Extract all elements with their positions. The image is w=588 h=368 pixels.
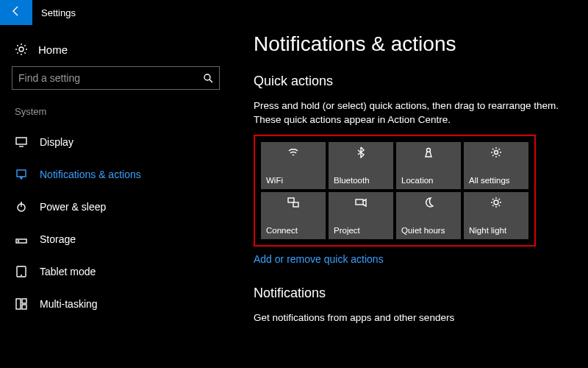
svg-point-0 xyxy=(19,47,24,52)
quick-actions-heading: Quick actions xyxy=(254,74,566,89)
tile-wifi[interactable]: WiFi xyxy=(261,142,326,189)
svg-rect-13 xyxy=(22,299,26,303)
notifications-icon xyxy=(15,168,28,181)
sidebar-item-tablet[interactable]: Tablet mode xyxy=(0,255,232,288)
multitasking-icon xyxy=(15,297,28,311)
svg-point-15 xyxy=(427,148,431,152)
project-icon xyxy=(334,197,388,208)
home-button[interactable]: Home xyxy=(0,38,232,66)
tile-label: Connect xyxy=(266,226,320,235)
sidebar-item-label: Tablet mode xyxy=(40,266,96,277)
sidebar-item-label: Display xyxy=(40,136,74,148)
display-icon xyxy=(15,135,28,149)
back-button[interactable] xyxy=(0,0,32,25)
window-title: Settings xyxy=(41,7,76,18)
tile-label: Location xyxy=(401,176,456,185)
svg-rect-19 xyxy=(356,199,363,205)
sidebar-item-power[interactable]: Power & sleep xyxy=(0,191,232,223)
sidebar-item-display[interactable]: Display xyxy=(0,126,232,158)
sidebar-section-label: System xyxy=(0,106,232,126)
quick-actions-desc: Press and hold (or select) quick actions… xyxy=(254,99,566,127)
settings-icon xyxy=(469,146,523,158)
tile-location[interactable]: Location xyxy=(396,142,461,189)
connect-icon xyxy=(266,197,320,208)
svg-rect-14 xyxy=(22,305,26,309)
svg-rect-12 xyxy=(16,299,21,309)
sidebar-item-label: Notifications & actions xyxy=(40,169,141,180)
svg-point-16 xyxy=(495,150,498,154)
tile-label: Project xyxy=(334,226,388,235)
sidebar-item-storage[interactable]: Storage xyxy=(0,223,232,255)
sidebar-item-multitasking[interactable]: Multi-tasking xyxy=(0,288,232,320)
titlebar: Settings xyxy=(0,0,588,25)
tile-bluetooth[interactable]: Bluetooth xyxy=(329,142,393,189)
sidebar-item-label: Power & sleep xyxy=(40,201,106,213)
sidebar-item-notifications[interactable]: Notifications & actions xyxy=(0,158,232,191)
add-remove-link[interactable]: Add or remove quick actions xyxy=(254,253,384,265)
svg-point-20 xyxy=(494,200,498,205)
bluetooth-icon xyxy=(334,146,388,158)
svg-rect-3 xyxy=(16,138,26,144)
svg-rect-18 xyxy=(293,202,298,207)
tile-night-light[interactable]: Night light xyxy=(464,192,528,239)
tablet-icon xyxy=(15,265,28,278)
sidebar-item-label: Multi-tasking xyxy=(40,298,98,310)
notifications-heading: Notifications xyxy=(254,286,566,301)
location-icon xyxy=(401,146,456,158)
tile-label: All settings xyxy=(469,176,523,185)
tile-project[interactable]: Project xyxy=(329,192,393,239)
power-icon xyxy=(15,200,28,213)
search-input-wrap[interactable] xyxy=(12,66,220,90)
gear-icon xyxy=(15,43,28,56)
storage-icon xyxy=(15,233,28,246)
sidebar: Home System Display Notifi xyxy=(0,25,232,368)
quick-actions-highlight: WiFi Bluetooth Location xyxy=(254,135,536,247)
svg-point-9 xyxy=(18,241,18,241)
tile-label: Night light xyxy=(469,226,523,235)
tile-label: Bluetooth xyxy=(334,176,388,185)
notifications-desc: Get notifications from apps and other se… xyxy=(254,311,566,325)
svg-point-1 xyxy=(204,74,210,80)
quick-actions-grid: WiFi Bluetooth Location xyxy=(261,142,528,239)
tile-connect[interactable]: Connect xyxy=(261,192,326,239)
search-icon xyxy=(203,73,213,83)
svg-rect-5 xyxy=(17,170,26,177)
night-light-icon xyxy=(469,197,523,208)
svg-line-2 xyxy=(209,79,212,82)
home-label: Home xyxy=(38,43,68,56)
svg-rect-17 xyxy=(288,198,294,202)
sidebar-nav: Display Notifications & actions Power & … xyxy=(0,126,232,320)
tile-all-settings[interactable]: All settings xyxy=(464,142,528,189)
content: Notifications & actions Quick actions Pr… xyxy=(232,25,588,368)
search-input[interactable] xyxy=(18,72,203,84)
page-title: Notifications & actions xyxy=(254,32,566,56)
tile-quiet-hours[interactable]: Quiet hours xyxy=(396,192,461,239)
moon-icon xyxy=(401,197,456,208)
arrow-left-icon xyxy=(10,5,22,20)
tile-label: Quiet hours xyxy=(401,226,456,235)
wifi-icon xyxy=(266,146,320,158)
sidebar-item-label: Storage xyxy=(40,233,76,245)
tile-label: WiFi xyxy=(266,176,320,185)
